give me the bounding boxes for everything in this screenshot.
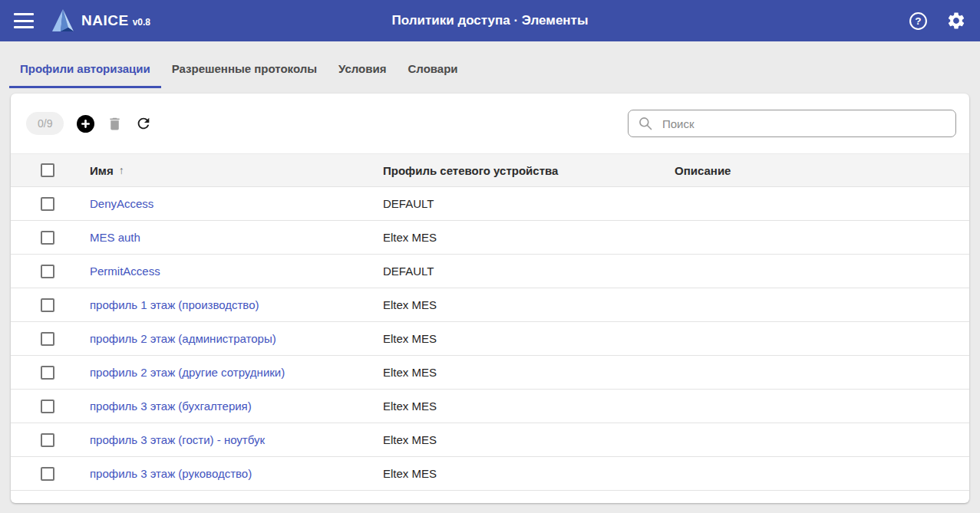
profile-name-link[interactable]: MES auth bbox=[90, 231, 140, 244]
device-profile-value: DEFAULT bbox=[383, 265, 675, 278]
table-body: DenyAccess DEFAULT MES auth Eltex MES Pe… bbox=[11, 187, 969, 491]
row-checkbox[interactable] bbox=[41, 366, 54, 380]
app-version: v0.8 bbox=[133, 17, 150, 28]
toolbar: 0/9 bbox=[11, 94, 969, 153]
table-row: DenyAccess DEFAULT bbox=[11, 187, 969, 221]
profile-name-link[interactable]: профиль 2 этаж (другие сотрудники) bbox=[90, 366, 285, 379]
row-checkbox[interactable] bbox=[41, 231, 54, 245]
app-bar: NAICE v0.8 Политики доступа · Элементы ? bbox=[0, 0, 980, 41]
profile-name-link[interactable]: DenyAccess bbox=[90, 197, 153, 210]
device-profile-value: Eltex MES bbox=[383, 433, 675, 446]
tab-authorization-profiles[interactable]: Профили авторизации bbox=[9, 51, 161, 88]
magnifier-icon bbox=[638, 116, 653, 131]
table-header-row: Имя ↑ Профиль сетевого устройства Описан… bbox=[11, 153, 969, 187]
profile-name-link[interactable]: профиль 3 этаж (бухгалтерия) bbox=[90, 400, 252, 413]
sort-asc-icon: ↑ bbox=[119, 164, 124, 176]
gear-icon[interactable] bbox=[946, 11, 966, 31]
profile-name-link[interactable]: PermitAccess bbox=[90, 265, 160, 278]
delete-button[interactable] bbox=[107, 116, 123, 132]
device-profile-value: Eltex MES bbox=[383, 231, 675, 244]
device-profile-value: Eltex MES bbox=[383, 467, 675, 480]
profile-name-link[interactable]: профиль 3 этаж (руководство) bbox=[90, 467, 252, 480]
row-checkbox[interactable] bbox=[41, 197, 54, 211]
content-card: 0/9 bbox=[11, 94, 969, 503]
tab-bar: Профили авторизации Разрешенные протокол… bbox=[0, 41, 980, 88]
device-profile-value: Eltex MES bbox=[383, 366, 675, 379]
profile-name-link[interactable]: профиль 2 этаж (администраторы) bbox=[90, 332, 276, 345]
device-profile-value: Eltex MES bbox=[383, 298, 675, 311]
column-header-description[interactable]: Описание bbox=[675, 164, 969, 177]
tab-conditions[interactable]: Условия bbox=[328, 51, 397, 88]
select-all-checkbox[interactable] bbox=[41, 163, 54, 177]
refresh-button[interactable] bbox=[135, 115, 152, 132]
search-input[interactable] bbox=[662, 117, 946, 130]
row-checkbox[interactable] bbox=[41, 298, 54, 312]
table-row: MES auth Eltex MES bbox=[11, 221, 969, 255]
help-icon[interactable]: ? bbox=[909, 12, 928, 31]
search-box bbox=[628, 110, 956, 137]
add-button[interactable] bbox=[77, 115, 94, 133]
profile-name-link[interactable]: профиль 3 этаж (гости) - ноутбук bbox=[90, 433, 265, 446]
table-row: профиль 3 этаж (руководство) Eltex MES bbox=[11, 457, 969, 491]
row-checkbox[interactable] bbox=[41, 467, 54, 481]
tab-allowed-protocols[interactable]: Разрешенные протоколы bbox=[161, 51, 328, 88]
tab-dictionaries[interactable]: Словари bbox=[397, 51, 468, 88]
profile-name-link[interactable]: профиль 1 этаж (производство) bbox=[90, 298, 259, 311]
device-profile-value: DEFAULT bbox=[383, 197, 675, 210]
selection-counter: 0/9 bbox=[26, 112, 64, 135]
table-row: профиль 3 этаж (бухгалтерия) Eltex MES bbox=[11, 390, 969, 423]
menu-icon[interactable] bbox=[14, 13, 34, 28]
device-profile-value: Eltex MES bbox=[383, 400, 675, 413]
app-logo: NAICE v0.8 bbox=[51, 8, 150, 34]
row-checkbox[interactable] bbox=[41, 433, 54, 447]
column-header-device-profile[interactable]: Профиль сетевого устройства bbox=[383, 164, 675, 177]
column-header-name[interactable]: Имя ↑ bbox=[78, 164, 383, 177]
row-checkbox[interactable] bbox=[41, 332, 54, 346]
logo-triangle-icon bbox=[51, 8, 75, 34]
table-row: PermitAccess DEFAULT bbox=[11, 255, 969, 288]
row-checkbox[interactable] bbox=[41, 400, 54, 413]
table-row: профиль 1 этаж (производство) Eltex MES bbox=[11, 288, 969, 322]
profiles-table: Имя ↑ Профиль сетевого устройства Описан… bbox=[11, 153, 969, 491]
table-row: профиль 2 этаж (другие сотрудники) Eltex… bbox=[11, 356, 969, 390]
svg-text:?: ? bbox=[915, 15, 921, 27]
row-checkbox[interactable] bbox=[41, 265, 54, 278]
app-name: NAICE bbox=[81, 12, 129, 29]
device-profile-value: Eltex MES bbox=[383, 332, 675, 345]
table-row: профиль 2 этаж (администраторы) Eltex ME… bbox=[11, 322, 969, 356]
table-row: профиль 3 этаж (гости) - ноутбук Eltex M… bbox=[11, 423, 969, 457]
